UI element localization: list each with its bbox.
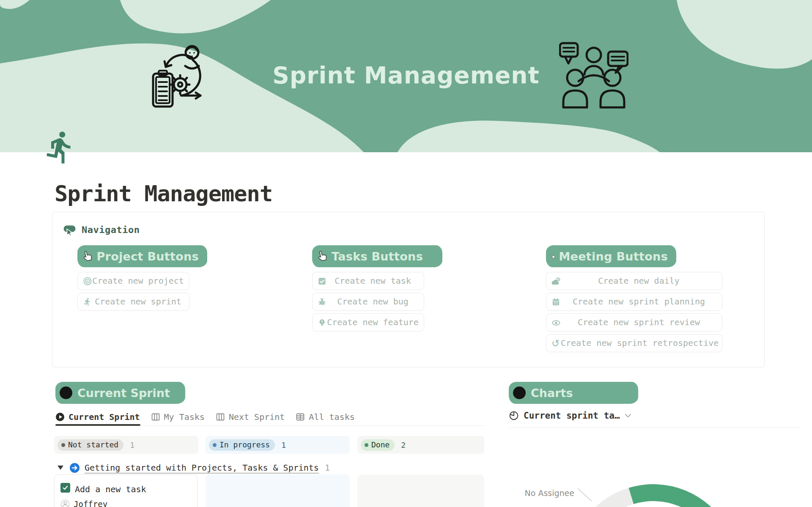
banner-title: Sprint Management (237, 62, 575, 89)
eye-icon (551, 318, 561, 327)
task-card[interactable]: Add a new task Joffrey (54, 474, 198, 507)
meeting-buttons-heading: Meeting Buttons (546, 245, 676, 267)
create-new-daily-button[interactable]: Create new daily (546, 272, 722, 290)
tasks-buttons-group: Tasks Buttons Create new task Create new… (312, 245, 442, 332)
status-label: Not started (68, 441, 118, 449)
sprint-group-count: 1 (325, 463, 330, 473)
create-new-sprint-button[interactable]: Create new sprint (77, 293, 189, 311)
chevron-down-icon (625, 414, 631, 418)
lightbulb-icon (318, 318, 326, 327)
play-circle-icon (55, 412, 65, 422)
status-label: In progress (219, 441, 270, 449)
button-label: Create new bug (313, 293, 424, 310)
create-new-sprint-planning-button[interactable]: Create new sprint planning (546, 293, 722, 311)
done-column-panel (357, 474, 484, 507)
navigation-callout: Navigation Project Buttons Create new pr… (52, 212, 765, 367)
task-title: Add a new task (75, 484, 146, 494)
button-label: Create new feature (313, 314, 424, 331)
current-sprint-heading: Current Sprint (55, 382, 185, 404)
button-label: Create new sprint (78, 293, 189, 310)
donut-label: No Assignee (525, 488, 574, 498)
column-header-not-started[interactable]: Not started 1 (54, 436, 198, 454)
hand-pointer-icon (550, 249, 557, 263)
black-circle-icon (513, 386, 526, 399)
button-label: Create new project (78, 272, 189, 290)
navigation-header: Navigation (63, 223, 140, 236)
project-arrow-icon (69, 463, 80, 473)
group-title: Tasks Buttons (332, 250, 423, 263)
meeting-buttons-group: Meeting Buttons Create new daily (546, 245, 722, 352)
board-columns-icon (151, 412, 160, 422)
navigation-label: Navigation (82, 225, 140, 235)
tab-current-sprint[interactable]: Current Sprint (55, 412, 140, 422)
table-icon (296, 412, 305, 422)
label-leader-line (578, 488, 592, 501)
cover-banner: Sprint Management (0, 0, 812, 152)
section-title: Current Sprint (77, 386, 170, 400)
task-assignee: Joffrey (60, 499, 107, 507)
tab-my-tasks[interactable]: My Tasks (151, 412, 205, 422)
column-header-in-progress[interactable]: In progress 1 (206, 436, 350, 454)
create-new-bug-button[interactable]: Create new bug (312, 293, 424, 311)
create-new-sprint-retrospective-button[interactable]: ↺ Create new sprint retrospective (546, 334, 722, 352)
charts-divider (509, 428, 800, 428)
create-new-task-button[interactable]: Create new task (312, 272, 424, 290)
status-dot (61, 443, 65, 447)
create-new-project-button[interactable]: Create new project (77, 272, 189, 290)
checked-task-icon (318, 277, 326, 285)
column-count: 1 (130, 441, 134, 449)
button-label: Create new sprint planning (546, 293, 722, 310)
button-label: Create new daily (546, 272, 722, 290)
hand-pointer-icon (81, 249, 94, 264)
chart-view-tab[interactable]: Current sprint ta… (509, 411, 631, 421)
project-buttons-group: Project Buttons Create new project Creat… (77, 245, 207, 311)
sun-cloud-icon (551, 277, 561, 285)
project-buttons-heading: Project Buttons (77, 245, 207, 267)
tab-all-tasks[interactable]: All tasks (296, 412, 354, 422)
calendar-icon (551, 297, 560, 306)
button-label: Create new sprint review (546, 314, 722, 331)
sprint-management-page: Sprint Management Sprint Manageme (0, 0, 812, 507)
check-icon (62, 485, 69, 491)
tasks-buttons-heading: Tasks Buttons (312, 245, 442, 267)
sprint-group-title[interactable]: Getting started with Projects, Tasks & S… (85, 463, 319, 473)
sprint-group-row: Getting started with Projects, Tasks & S… (58, 461, 330, 474)
assignee-name: Joffrey (74, 499, 107, 507)
status-dot (213, 443, 217, 447)
group-title: Project Buttons (97, 250, 199, 263)
counterclockwise-arrow-icon: ↺ (551, 338, 560, 348)
button-label: Create new sprint retrospective (546, 334, 722, 352)
create-new-sprint-review-button[interactable]: Create new sprint review (546, 313, 722, 332)
avatar-icon (60, 499, 70, 507)
cursor-click-icon (63, 223, 76, 236)
section-title: Charts (531, 386, 573, 400)
create-new-feature-button[interactable]: Create new feature (312, 313, 424, 332)
column-header-done[interactable]: Done 2 (357, 436, 484, 454)
column-count: 1 (281, 441, 286, 449)
collapse-triangle-icon[interactable] (58, 466, 63, 470)
tab-next-sprint[interactable]: Next Sprint (216, 412, 285, 422)
black-circle-icon (60, 386, 72, 399)
runner-icon (83, 297, 92, 306)
page-title: Sprint Management (55, 181, 272, 206)
board-columns-icon (216, 412, 225, 422)
meeting-illustration (559, 41, 628, 110)
runner-page-icon[interactable] (42, 129, 78, 165)
status-label: Done (371, 441, 390, 449)
column-count: 2 (401, 441, 406, 449)
active-tab-underline (55, 424, 140, 426)
view-tabs: Current Sprint My Tasks Next Sprint All … (55, 410, 355, 424)
donut-segment-green (631, 493, 730, 507)
charts-heading: Charts (509, 382, 638, 404)
scrum-cycle-illustration (151, 40, 207, 110)
group-title: Meeting Buttons (559, 250, 668, 263)
pie-chart-icon (509, 411, 519, 421)
assignee-donut-chart: No Assignee (509, 471, 805, 507)
button-label: Create new task (313, 272, 424, 290)
task-checkbox[interactable] (60, 483, 70, 493)
target-icon (83, 277, 92, 286)
hand-pointer-icon (316, 249, 329, 264)
status-dot (365, 443, 368, 447)
bug-icon (318, 297, 326, 306)
in-progress-column-panel (206, 474, 350, 507)
